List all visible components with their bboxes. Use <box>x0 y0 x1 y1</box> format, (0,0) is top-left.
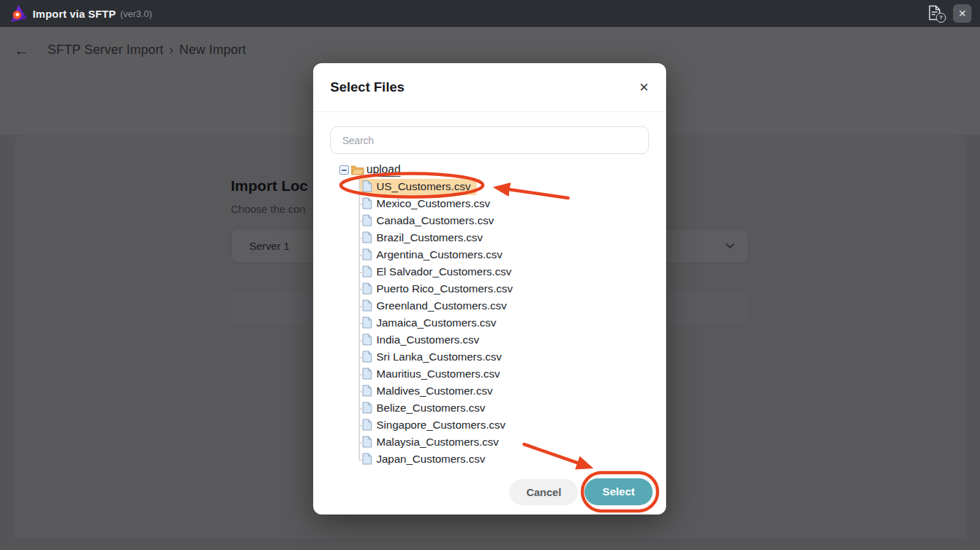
search-input[interactable] <box>330 126 649 154</box>
tree-file-item[interactable]: Sri Lanka_Customers.csv <box>339 348 645 365</box>
file-icon <box>362 453 372 465</box>
file-name: Maldives_Customer.csv <box>376 385 493 397</box>
app-version: (ver3.0) <box>120 9 152 19</box>
select-files-modal: Select Files ✕ upload US_Customers.cs <box>313 63 666 515</box>
tree-file-item[interactable]: India_Customers.csv <box>339 331 645 348</box>
tree-collapse-icon[interactable] <box>339 165 349 175</box>
app-logo-icon <box>10 5 27 22</box>
tree-file-item[interactable]: Argentina_Customers.csv <box>339 246 645 263</box>
file-icon <box>362 299 372 312</box>
file-name: Puerto Rico_Customers.csv <box>376 282 513 295</box>
tree-file-item[interactable]: Puerto Rico_Customers.csv <box>339 280 645 297</box>
tree-file-item[interactable]: US_Customers.csv <box>339 178 645 195</box>
file-tree: upload US_Customers.csvMexico_Customers.… <box>339 162 645 468</box>
folder-icon <box>351 165 364 176</box>
file-name: Brazil_Customers.csv <box>376 231 483 244</box>
tree-file-item[interactable]: Malaysia_Customers.csv <box>339 434 645 451</box>
help-doc-icon[interactable]: ? <box>927 5 944 22</box>
file-name: Jamaica_Customers.csv <box>376 317 496 329</box>
tree-file-item[interactable]: Mexico_Customers.csv <box>339 195 645 212</box>
select-button[interactable]: Select <box>584 478 653 505</box>
file-tree-items: US_Customers.csvMexico_Customers.csvCana… <box>339 178 645 468</box>
file-name: Belize_Customers.csv <box>376 402 485 414</box>
file-name: Mauritius_Customers.csv <box>376 368 500 380</box>
file-icon <box>362 402 372 414</box>
file-name: El Salvador_Customers.csv <box>376 265 511 278</box>
tree-file-item[interactable]: Brazil_Customers.csv <box>339 229 645 246</box>
tree-file-item[interactable]: Singapore_Customers.csv <box>339 417 645 434</box>
tree-file-item[interactable]: El Salvador_Customers.csv <box>339 263 645 280</box>
file-name: US_Customers.csv <box>376 180 471 193</box>
file-icon <box>362 351 372 363</box>
tree-file-item[interactable]: Mauritius_Customers.csv <box>339 365 645 383</box>
file-name: Sri Lanka_Customers.csv <box>376 351 502 363</box>
titlebar: Import via SFTP (ver3.0) ? ✕ <box>0 0 980 27</box>
file-icon <box>362 419 372 431</box>
tree-root-label: upload <box>366 163 401 177</box>
file-name: Mexico_Customers.csv <box>376 197 490 210</box>
modal-close-icon[interactable]: ✕ <box>639 82 649 94</box>
tree-file-item[interactable]: Belize_Customers.csv <box>339 400 645 417</box>
cancel-button[interactable]: Cancel <box>509 479 578 505</box>
file-name: Greenland_Customers.csv <box>376 299 507 312</box>
modal-footer: Cancel Select <box>509 478 653 505</box>
tree-file-item[interactable]: Canada_Customers.csv <box>339 212 645 229</box>
window-close-button[interactable]: ✕ <box>953 4 971 23</box>
tree-file-item[interactable]: Greenland_Customers.csv <box>339 297 645 314</box>
file-name: India_Customers.csv <box>376 334 479 346</box>
file-name: Canada_Customers.csv <box>376 214 494 227</box>
app-title: Import via SFTP <box>33 8 116 20</box>
tree-file-item[interactable]: Jamaica_Customers.csv <box>339 314 645 331</box>
modal-header: Select Files ✕ <box>313 63 666 112</box>
file-icon <box>362 436 372 448</box>
file-icon <box>362 282 372 295</box>
file-icon <box>362 214 372 226</box>
file-icon <box>362 265 372 277</box>
file-icon <box>362 368 372 380</box>
file-name: Japan_Customers.csv <box>376 453 485 466</box>
file-icon <box>362 248 372 260</box>
modal-title: Select Files <box>330 79 405 95</box>
file-icon <box>362 231 372 243</box>
file-icon <box>362 180 372 192</box>
file-icon <box>362 385 372 397</box>
file-icon <box>362 197 372 209</box>
screen: Import via SFTP (ver3.0) ? ✕ ← SFTP Serv… <box>0 0 980 550</box>
tree-file-item[interactable]: Maldives_Customer.csv <box>339 383 645 400</box>
file-name: Argentina_Customers.csv <box>376 248 502 261</box>
tree-file-item[interactable]: Japan_Customers.csv <box>339 451 645 468</box>
file-icon <box>362 317 372 329</box>
file-icon <box>362 334 372 346</box>
tree-root-folder[interactable]: upload <box>339 162 645 178</box>
file-name: Malaysia_Customers.csv <box>376 436 499 449</box>
file-name: Singapore_Customers.csv <box>376 419 506 431</box>
